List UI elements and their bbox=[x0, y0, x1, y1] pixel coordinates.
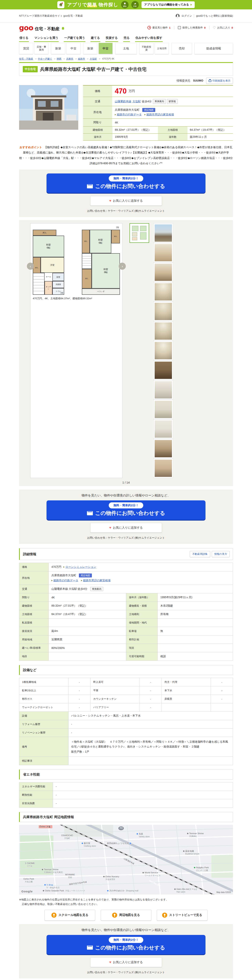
cta-band-1: 無料・簡単約2分！ この物件にお問い合わせする ♥お気に入りに追加する お問い合… bbox=[19, 170, 233, 217]
inquiry-button[interactable]: 無料・簡単約2分！ この物件にお問い合わせする bbox=[46, 935, 206, 955]
floorplan-room: 和室 6帖 bbox=[90, 230, 111, 253]
map-poi[interactable]: 延命地蔵Buddhist temple bbox=[183, 850, 199, 855]
floorplan-room: 和室 8帖 bbox=[92, 253, 120, 288]
subnav-tenpo[interactable]: 店舗・事業用 bbox=[34, 43, 48, 54]
gallery-thumbnail[interactable] bbox=[153, 302, 173, 321]
map-poi[interactable]: Hairs Me-me(ミーム)Hair salon bbox=[174, 888, 197, 893]
gallery-thumbnail[interactable] bbox=[153, 458, 173, 478]
map-poi[interactable]: 良真Variety store bbox=[136, 833, 150, 838]
gallery-thumbnail[interactable] bbox=[153, 439, 173, 458]
register-link[interactable]: gooIDでもっと便利に(新規登録) bbox=[196, 14, 233, 18]
goo-logo[interactable]: goo 住宅・不動産 bbox=[19, 24, 65, 32]
property-main-photo[interactable] bbox=[19, 85, 78, 130]
map-poi[interactable]: 川の中のめだかShopping mall bbox=[107, 889, 138, 892]
nav-tab[interactable]: 建てる bbox=[91, 35, 100, 42]
nav-tab[interactable]: 一戸建てを買う bbox=[64, 35, 85, 42]
gallery-thumbnail[interactable] bbox=[153, 341, 173, 360]
building-area-label: 建物面積 bbox=[83, 127, 112, 133]
google-logo: Google bbox=[21, 889, 33, 893]
subnav-katsuyo[interactable]: 土地活用 bbox=[155, 43, 169, 54]
subnav-mansion-shinchiku[interactable]: 新築 bbox=[51, 43, 65, 54]
area-map[interactable]: Ōshio 大塩 250 OSHIOCHO大塩町 夜行堂Clothing sto… bbox=[19, 825, 233, 894]
subnav-toshi[interactable]: 不動産投資 bbox=[139, 43, 153, 54]
print-button[interactable]: 印刷画面を表示 bbox=[206, 78, 233, 84]
gallery-thumbnail[interactable] bbox=[153, 262, 173, 282]
nav-tab[interactable]: 売る bbox=[123, 35, 130, 42]
gallery-prev-button[interactable]: ‹ bbox=[27, 262, 34, 270]
admin-data-link[interactable]: 姫路市の行政データ bbox=[117, 113, 142, 116]
map-poi[interactable]: Tenman Shrine天満神社 bbox=[187, 832, 204, 838]
subnav-chintai[interactable]: 賃貸 bbox=[19, 43, 33, 54]
app-banner-title: アプリで簡単 物件探し bbox=[67, 2, 118, 8]
map-poi[interactable]: 柴田結納ちょうちん店 bbox=[107, 842, 132, 845]
subnav-josei[interactable]: 助成金情報 bbox=[195, 43, 233, 54]
subnav-tochi[interactable]: 土地 bbox=[115, 43, 137, 54]
nav-tab[interactable]: 住みやすい街を探す bbox=[135, 35, 163, 42]
breadcrumb-link[interactable]: 姫路市 bbox=[78, 57, 85, 60]
transfer-button[interactable]: 乗換案内 bbox=[90, 587, 103, 591]
station-info-button[interactable]: 駅情報 bbox=[167, 99, 178, 104]
rent-market-link[interactable]: 姫路市周辺の家賃相場 bbox=[147, 113, 174, 116]
gallery-thumbnail-selected[interactable] bbox=[129, 223, 149, 243]
area-map-button[interactable]: 周辺地図 bbox=[79, 573, 92, 578]
loan-simulation-link[interactable]: ローンシミュレーション bbox=[65, 565, 96, 568]
floorplan-closet: 押入 bbox=[82, 269, 92, 288]
nav-tab[interactable]: 投資する bbox=[105, 35, 118, 42]
glossary-button[interactable]: 不動産用語集 bbox=[190, 551, 210, 557]
transfer-button[interactable]: 乗換案内 bbox=[153, 99, 166, 104]
map-poi[interactable]: Tenman Shrine天満神社(大塩天満宮) bbox=[41, 868, 63, 874]
gallery-thumbnail[interactable] bbox=[153, 380, 173, 399]
add-favorite-button[interactable]: ♥お気に入りに追加する bbox=[90, 958, 162, 967]
around-map-button[interactable]: 周辺地図を見る bbox=[100, 910, 152, 921]
subnav-kodate-shinchiku[interactable]: 新築 bbox=[83, 43, 97, 54]
breadcrumb-link[interactable]: 関西 bbox=[57, 57, 61, 60]
map-pin-icon bbox=[43, 890, 45, 892]
breadcrumb-link[interactable]: 兵庫県 bbox=[66, 57, 73, 60]
subnav-mansion-chuko[interactable]: 中古 bbox=[66, 43, 80, 54]
gallery-thumbnail[interactable] bbox=[153, 282, 173, 302]
map-poi[interactable]: Oshio Seaside Park大塩シーサイドパーク bbox=[43, 889, 85, 892]
nav-tab[interactable]: 借りる bbox=[19, 35, 29, 42]
map-pin-icon bbox=[103, 876, 105, 878]
admin-data-link[interactable]: 姫路市の行政データ bbox=[53, 579, 78, 582]
favorites-button[interactable]: ♡ お気に入り 0 bbox=[213, 25, 233, 30]
map-poi[interactable]: V drugV・drug大塩店 bbox=[44, 884, 60, 889]
add-favorite-button[interactable]: ♥お気に入りに追加する bbox=[90, 523, 162, 533]
map-poi[interactable]: Oshio Nursery大塩保育所 bbox=[103, 875, 119, 881]
info-guide-button[interactable]: 情報の見方 bbox=[212, 551, 230, 557]
saved-search-button[interactable]: 保存した検索条件 0 bbox=[178, 26, 206, 29]
map-poi[interactable]: World Serviceワールドサービス bbox=[142, 872, 161, 877]
subnav-kodate-chuko-active[interactable]: 中古 bbox=[99, 43, 113, 54]
gallery-next-button[interactable]: › bbox=[119, 262, 126, 270]
subnav-baikyaku[interactable]: 売却 bbox=[172, 43, 192, 54]
app-feature-button[interactable]: アプリならではの機能を使ってみる bbox=[142, 2, 195, 8]
breadcrumb-link[interactable]: 中古一戸建て bbox=[38, 57, 52, 60]
used-house-badge: 中古住宅 bbox=[23, 66, 38, 72]
breadcrumb-link[interactable]: 大塩駅 bbox=[90, 57, 97, 60]
street-view-button[interactable]: ストリートビューで見る bbox=[157, 910, 207, 921]
gallery-thumbnail[interactable] bbox=[153, 321, 173, 341]
inquiry-button[interactable]: 無料・簡単約2分！ この物件にお問い合わせする bbox=[46, 500, 206, 520]
station-link[interactable]: 大塩駅 bbox=[132, 100, 141, 103]
scroll-map-button[interactable]: スクロール地図を見る bbox=[45, 910, 95, 921]
gallery-thumbnail[interactable] bbox=[153, 360, 173, 380]
login-link[interactable]: ログイン bbox=[182, 14, 192, 18]
inquiry-button[interactable]: 無料・簡単約2分！ この物件にお問い合わせする bbox=[46, 173, 206, 193]
gallery-thumbnail[interactable] bbox=[153, 419, 173, 439]
map-label: MIYAMAE宮前 bbox=[65, 873, 75, 879]
map-poi[interactable]: Nojigiku Parkのじぎく公園 bbox=[194, 866, 209, 872]
rail-line-link[interactable]: 山陽電鉄本線 bbox=[115, 100, 131, 103]
share-button[interactable]: 共有 bbox=[131, 1, 139, 8]
area-map-button[interactable]: 周辺地図 bbox=[142, 108, 155, 112]
nav-tab[interactable]: マンションを買う bbox=[34, 35, 59, 42]
gallery-thumbnail[interactable] bbox=[153, 223, 173, 243]
rent-market-link[interactable]: 姫路市周辺の家賃相場 bbox=[83, 579, 110, 582]
gallery-main-image[interactable]: 押入 和室 6帖 押入 洋室 浴室 洗面室 トイレ ホール キッチン 1階 押入… bbox=[30, 223, 123, 478]
gallery-thumbnail[interactable] bbox=[153, 243, 173, 262]
notification-button[interactable]: 通知 bbox=[121, 1, 129, 8]
map-poi[interactable]: 夜行堂Clothing store bbox=[81, 842, 96, 848]
gallery-thumbnail[interactable] bbox=[153, 399, 173, 419]
add-favorite-button[interactable]: ♥お気に入りに追加する bbox=[90, 196, 162, 205]
breadcrumb-link[interactable]: 住宅・不動産 bbox=[19, 57, 33, 60]
recent-items-button[interactable]: 最近見た物件 1 bbox=[147, 26, 171, 29]
